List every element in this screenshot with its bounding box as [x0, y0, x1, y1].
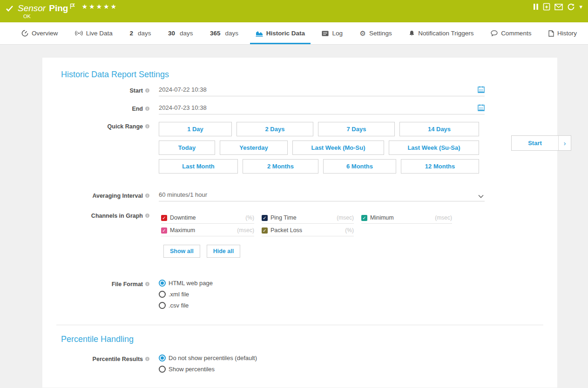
info-icon[interactable]: i	[145, 124, 149, 128]
refresh-button[interactable]	[567, 3, 575, 11]
start-options-arrow[interactable]: ›	[558, 136, 571, 150]
tab-365-days[interactable]: 365 days	[209, 22, 239, 44]
channel-ping-time[interactable]: ✓ Ping Time (msec)	[262, 214, 354, 224]
channel-checkbox[interactable]: ✓	[361, 215, 367, 221]
tab-label: Comments	[501, 30, 531, 37]
file-format-xml-option[interactable]: .xml file	[159, 291, 485, 298]
percentile-results-label: Percentile Results i	[42, 355, 149, 362]
section-divider	[56, 325, 543, 325]
bell-icon	[409, 30, 415, 37]
tab-settings[interactable]: ⚙ Settings	[359, 22, 393, 44]
quick-range-today[interactable]: Today	[159, 140, 215, 155]
sensor-tabbar: Overview Live Data 2 days 30 days 365 da…	[0, 22, 588, 45]
tab-30-days[interactable]: 30 days	[167, 22, 194, 44]
comment-icon	[491, 30, 498, 36]
quick-range-14-days[interactable]: 14 Days	[399, 122, 479, 136]
tab-number: 30	[168, 30, 175, 37]
percentile-hide-option[interactable]: Do not show percentiles (default)	[159, 355, 485, 361]
tab-label: days	[225, 30, 239, 37]
start-report-split-button: Start ›	[511, 135, 571, 151]
tab-number: 365	[210, 30, 221, 37]
tab-label: History	[557, 30, 577, 37]
status-ok-check-icon	[6, 6, 13, 12]
percentile-handling-title: Percentile Handling	[61, 334, 557, 344]
quick-range-label: Quick Range i	[42, 122, 149, 130]
tab-label: Overview	[32, 30, 58, 37]
calendar-icon[interactable]	[478, 86, 485, 93]
radio[interactable]	[159, 302, 166, 309]
sensor-status: OK	[23, 13, 31, 19]
show-all-button[interactable]: Show all	[163, 245, 200, 258]
file-format-csv-option[interactable]: .csv file	[159, 302, 485, 309]
channel-packet-loss[interactable]: ✓ Packet Loss (%)	[262, 227, 354, 236]
quick-range-last-week-mo-su[interactable]: Last Week (Mo-Su)	[292, 140, 384, 155]
channel-downtime[interactable]: ✓ Downtime (%)	[161, 214, 254, 224]
tab-2-days[interactable]: 2 days	[128, 22, 152, 44]
start-date-input[interactable]: 2024-07-22 10:38	[159, 86, 485, 96]
quick-range-yesterday[interactable]: Yesterday	[220, 140, 288, 155]
tab-notification-triggers[interactable]: Notification Triggers	[408, 22, 474, 44]
quick-range-last-month[interactable]: Last Month	[159, 159, 238, 174]
channel-checkbox[interactable]: ✓	[262, 227, 268, 234]
info-icon[interactable]: i	[145, 357, 149, 361]
page-content: Historic Data Report Settings Start i 20…	[0, 45, 588, 388]
channel-checkbox[interactable]: ✓	[161, 227, 167, 234]
percentile-show-option[interactable]: Show percentiles	[159, 366, 485, 373]
info-icon[interactable]: i	[145, 107, 149, 111]
pause-button[interactable]	[533, 3, 539, 10]
hide-all-button[interactable]: Hide all	[207, 245, 240, 258]
info-icon[interactable]: i	[145, 282, 149, 286]
channel-checkbox[interactable]: ✓	[161, 215, 167, 221]
quick-range-1-day[interactable]: 1 Day	[159, 122, 232, 136]
live-data-icon	[75, 30, 83, 36]
file-format-html-option[interactable]: HTML web page	[159, 280, 485, 287]
radio[interactable]	[159, 366, 166, 373]
create-report-button[interactable]	[543, 3, 550, 11]
tab-log[interactable]: Log	[321, 22, 344, 44]
tab-overview[interactable]: Overview	[20, 22, 59, 44]
report-settings-title: Historic Data Report Settings	[61, 70, 557, 80]
radio-selected[interactable]	[159, 280, 166, 287]
email-button[interactable]	[554, 4, 563, 10]
channel-maximum[interactable]: ✓ Maximum (msec)	[161, 227, 254, 236]
averaging-interval-value: 60 minutes/1 hour	[159, 191, 207, 198]
channel-minimum[interactable]: ✓ Minimum (msec)	[361, 214, 452, 224]
start-report-button[interactable]: Start	[512, 136, 558, 150]
settings-card: Historic Data Report Settings Start i 20…	[42, 58, 557, 388]
info-icon[interactable]: i	[145, 214, 149, 218]
tab-label: Live Data	[86, 30, 113, 37]
quick-range-2-months[interactable]: 2 Months	[243, 159, 318, 174]
tab-live-data[interactable]: Live Data	[74, 22, 114, 44]
end-date-input[interactable]: 2024-07-23 10:38	[159, 104, 485, 114]
averaging-interval-select[interactable]: 60 minutes/1 hour	[159, 191, 485, 201]
quick-range-6-months[interactable]: 6 Months	[323, 159, 396, 174]
tab-label: Settings	[369, 30, 392, 37]
tab-historic-data[interactable]: Historic Data	[255, 22, 306, 44]
priority-stars[interactable]: ★★★★★	[81, 3, 118, 10]
quick-range-12-months[interactable]: 12 Months	[401, 159, 479, 174]
flag-icon[interactable]	[70, 3, 75, 9]
caret-down-icon[interactable]: ▾	[579, 3, 582, 10]
quick-range-7-days[interactable]: 7 Days	[318, 122, 395, 136]
tab-history[interactable]: History	[547, 22, 578, 44]
end-label: End i	[42, 104, 149, 112]
gear-icon: ⚙	[360, 30, 366, 37]
quick-range-2-days[interactable]: 2 Days	[237, 122, 313, 136]
quick-range-last-week-su-sa[interactable]: Last Week (Su-Sa)	[389, 140, 479, 155]
info-icon[interactable]: i	[145, 88, 149, 93]
area-chart-icon	[256, 30, 263, 37]
info-icon[interactable]: i	[145, 194, 149, 198]
start-date-value: 2024-07-22 10:38	[159, 86, 207, 93]
radio[interactable]	[159, 291, 166, 298]
tab-label: Notification Triggers	[418, 30, 473, 37]
tab-label: days	[180, 30, 193, 37]
sensor-name: Ping	[49, 1, 68, 15]
averaging-interval-label: Averaging Interval i	[42, 191, 149, 199]
channel-checkbox[interactable]: ✓	[262, 215, 268, 221]
sensor-type-label: Sensor	[18, 1, 46, 15]
calendar-icon[interactable]	[478, 104, 485, 111]
tab-comments[interactable]: Comments	[490, 22, 532, 44]
channels-in-graph-label: Channels in Graph i	[42, 211, 149, 219]
radio-selected[interactable]	[159, 355, 166, 361]
end-date-value: 2024-07-23 10:38	[159, 104, 207, 111]
